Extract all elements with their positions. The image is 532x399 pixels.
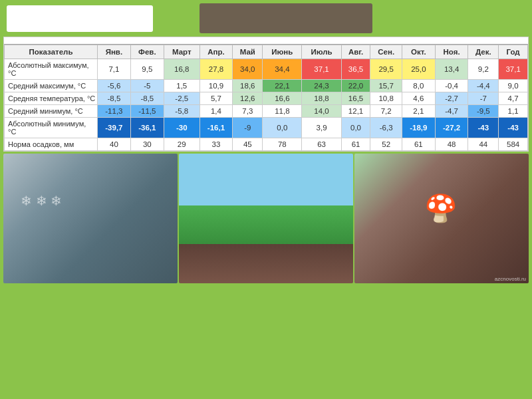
row-label: Норма осадков, мм: [5, 138, 98, 151]
cell-value: 16,5: [341, 92, 370, 105]
cell-value: 1,4: [200, 105, 233, 118]
cell-value: 5,7: [200, 92, 233, 105]
cell-value: -9,5: [468, 105, 499, 118]
col-header-month: Май: [233, 45, 263, 59]
cell-value: 16,6: [263, 92, 302, 105]
cell-value: 63: [302, 138, 341, 151]
row-label: Средний максимум, °С: [5, 80, 98, 92]
photo-castle: [179, 154, 353, 283]
row-label: Средний минимум, °С: [5, 105, 98, 118]
table-title: [4, 37, 528, 45]
col-header-month: Март: [164, 45, 200, 59]
row-label: Абсолютный максимум, °С: [5, 59, 98, 80]
cell-value: 10,9: [200, 80, 233, 92]
row-label: Абсолютный минимум, °С: [5, 118, 98, 138]
cell-value: 61: [402, 138, 435, 151]
cell-value: -2,5: [164, 92, 200, 105]
photo-winter: [3, 154, 178, 283]
cell-value: 4,6: [402, 92, 435, 105]
cell-value: 4,7: [499, 92, 528, 105]
cell-value: 25,0: [402, 59, 435, 80]
cell-value: 37,1: [302, 59, 341, 80]
col-header-month: Год: [499, 45, 528, 59]
cell-value: 36,5: [341, 59, 370, 80]
cell-value: 7,1: [98, 59, 131, 80]
header-dark-box: [200, 3, 372, 33]
cell-value: -11,3: [98, 105, 131, 118]
cell-value: 52: [370, 138, 402, 151]
cell-value: 22,1: [263, 80, 302, 92]
cell-value: -2,7: [435, 92, 468, 105]
cell-value: -11,5: [130, 105, 164, 118]
cell-value: 37,1: [499, 59, 528, 80]
cell-value: 8,0: [402, 80, 435, 92]
cell-value: -39,7: [98, 118, 131, 138]
cell-value: 34,4: [263, 59, 302, 80]
cell-value: 78: [263, 138, 302, 151]
climate-table: ПоказательЯнв.Фев.МартАпр.МайИюньИюльАвг…: [4, 45, 528, 151]
cell-value: -8,5: [130, 92, 164, 105]
cell-value: 15,7: [370, 80, 402, 92]
col-header-month: Ноя.: [435, 45, 468, 59]
cell-value: -30: [164, 118, 200, 138]
col-header-month: Июль: [302, 45, 341, 59]
cell-value: 12,1: [341, 105, 370, 118]
col-header-month: Апр.: [200, 45, 233, 59]
col-header-month: Июнь: [263, 45, 302, 59]
col-header-indicator: Показатель: [5, 45, 98, 59]
cell-value: 48: [435, 138, 468, 151]
cell-value: 14,0: [302, 105, 341, 118]
cell-value: -5,6: [98, 80, 131, 92]
cell-value: -8,5: [98, 92, 131, 105]
photo-mushrooms: azcnovosti.ru: [354, 154, 529, 283]
cell-value: -43: [468, 118, 499, 138]
cell-value: -5,8: [164, 105, 200, 118]
climate-table-container: ПоказательЯнв.Фев.МартАпр.МайИюньИюльАвг…: [3, 37, 529, 152]
table-row: Норма осадков, мм40302933457863615261484…: [5, 138, 528, 151]
col-header-month: Сен.: [370, 45, 402, 59]
cell-value: 27,8: [200, 59, 233, 80]
cell-value: -36,1: [130, 118, 164, 138]
cell-value: 0,0: [263, 118, 302, 138]
cell-value: 29,5: [370, 59, 402, 80]
table-row: Абсолютный максимум, °С7,19,516,827,834,…: [5, 59, 528, 80]
cell-value: 11,8: [263, 105, 302, 118]
col-header-month: Окт.: [402, 45, 435, 59]
watermark-mushrooms: azcnovosti.ru: [495, 276, 526, 282]
col-header-month: Фев.: [130, 45, 164, 59]
cell-value: -4,7: [435, 105, 468, 118]
cell-value: 584: [499, 138, 528, 151]
cell-value: 18,6: [233, 80, 263, 92]
cell-value: -7: [468, 92, 499, 105]
cell-value: 12,6: [233, 92, 263, 105]
cell-value: -27,2: [435, 118, 468, 138]
header-bar: [0, 0, 532, 37]
cell-value: 30: [130, 138, 164, 151]
table-row: Средняя температура, °С-8,5-8,5-2,55,712…: [5, 92, 528, 105]
cell-value: 3,9: [302, 118, 341, 138]
table-row: Средний максимум, °С-5,6-51,510,918,622,…: [5, 80, 528, 92]
photos-section: azcnovosti.ru: [0, 154, 532, 283]
cell-value: 45: [233, 138, 263, 151]
cell-value: 24,3: [302, 80, 341, 92]
cell-value: 10,8: [370, 92, 402, 105]
cell-value: 9,5: [130, 59, 164, 80]
table-header-row: ПоказательЯнв.Фев.МартАпр.МайИюньИюльАвг…: [5, 45, 528, 59]
cell-value: -6,3: [370, 118, 402, 138]
col-header-month: Дек.: [468, 45, 499, 59]
cell-value: 7,2: [370, 105, 402, 118]
cell-value: -18,9: [402, 118, 435, 138]
cell-value: -0,4: [435, 80, 468, 92]
cell-value: 22,0: [341, 80, 370, 92]
cell-value: -9: [233, 118, 263, 138]
cell-value: 40: [98, 138, 131, 151]
cell-value: 44: [468, 138, 499, 151]
cell-value: -4,4: [468, 80, 499, 92]
cell-value: 29: [164, 138, 200, 151]
cell-value: 1,1: [499, 105, 528, 118]
cell-value: -43: [499, 118, 528, 138]
cell-value: 13,4: [435, 59, 468, 80]
cell-value: 61: [341, 138, 370, 151]
table-row: Средний минимум, °С-11,3-11,5-5,81,47,31…: [5, 105, 528, 118]
cell-value: 1,5: [164, 80, 200, 92]
